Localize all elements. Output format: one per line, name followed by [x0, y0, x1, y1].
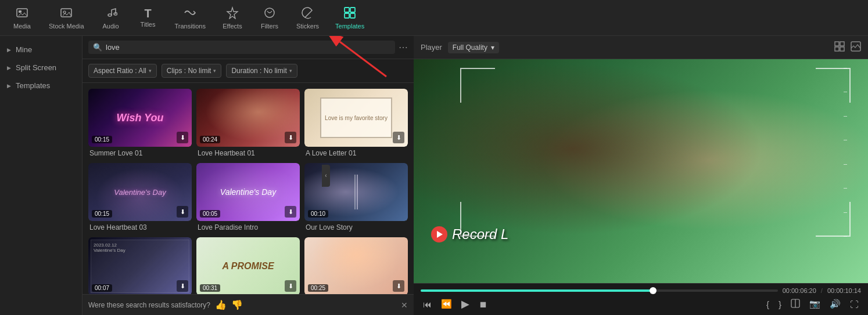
titles-icon: T: [144, 8, 151, 19]
toolbar-item-media[interactable]: Media: [5, 3, 40, 33]
feedback-bar: Were these search results satisfactory? …: [83, 294, 414, 315]
content-panel: 🔍 ⋯ Aspect Ratio : All ▾ Clips : No limi…: [83, 36, 414, 315]
template-card-love-heartbeat-01[interactable]: 00:24 ⬇ Love Heartbeat 01: [196, 89, 300, 158]
ruler-right: [844, 68, 851, 237]
video-overlay-text: Record L: [452, 226, 508, 242]
corner-bracket-tl: [460, 68, 495, 103]
rewind-button[interactable]: ⏮: [421, 298, 434, 310]
toolbar-item-audio[interactable]: Audio: [94, 3, 128, 33]
paradise-download-icon[interactable]: ⬇: [285, 206, 296, 218]
template-card-summer-love-01[interactable]: Wish You 00:15 ⬇ Summer Love 01: [88, 89, 192, 158]
prev-frame-button[interactable]: ⏪: [439, 298, 454, 310]
sidebar-split-label: Split Screen: [16, 63, 56, 72]
media-label: Media: [13, 23, 31, 30]
love-letter-thumb-text: Love is my favorite story: [325, 115, 388, 121]
sidebar-item-mine[interactable]: ▶ Mine: [0, 41, 82, 59]
valentines-download-icon[interactable]: ⬇: [177, 280, 188, 292]
heartbeat03-download-icon[interactable]: ⬇: [177, 206, 188, 218]
svg-point-3: [63, 11, 66, 13]
toolbar-item-stickers[interactable]: Stickers: [289, 3, 326, 33]
template-card-love-paradise-intro[interactable]: Valentine's Day 00:05 ⬇ Love Paradise In…: [196, 163, 300, 233]
audio-label: Audio: [102, 23, 119, 30]
filter-duration[interactable]: Duration : No limit ▾: [226, 64, 297, 78]
template-card-valentines-day[interactable]: 2023.02.12Valentine's Day 00:07 ⬇ Valent…: [88, 237, 192, 294]
summer-love-download-icon[interactable]: ⬇: [177, 132, 188, 143]
sidebar-item-split-screen[interactable]: ▶ Split Screen: [0, 59, 82, 77]
volume-button[interactable]: 🔊: [827, 298, 843, 310]
heartbeat01-download-icon[interactable]: ⬇: [285, 132, 296, 143]
toolbar-item-templates[interactable]: Templates: [328, 3, 371, 33]
paradise-thumb-text: Valentine's Day: [220, 187, 276, 197]
svg-rect-10: [345, 13, 349, 18]
more-options-icon[interactable]: ⋯: [399, 42, 408, 53]
heartbeat01-name: Love Heartbeat 01: [196, 147, 300, 158]
template-card-our-love-story[interactable]: 00:10 Our Love Story: [304, 163, 408, 233]
svg-rect-0: [17, 9, 27, 17]
panel-collapse-button[interactable]: ‹: [322, 165, 330, 187]
template-card-love-story-25[interactable]: 00:25 ⬇ Love Story: [304, 237, 408, 294]
toolbar-item-stock-media[interactable]: Stock Media: [42, 3, 91, 33]
toolbar-item-filters[interactable]: Filters: [252, 3, 287, 33]
grid-view-icon[interactable]: [834, 41, 845, 54]
filter-duration-label: Duration : No limit: [231, 67, 286, 75]
heartbeat03-duration: 00:15: [92, 210, 112, 218]
toolbar-item-titles[interactable]: T Titles: [131, 4, 166, 31]
sidebar: ▶ Mine ▶ Split Screen ▶ Templates: [0, 36, 83, 315]
split-button[interactable]: [788, 298, 802, 311]
stop-button[interactable]: ⏹: [476, 298, 490, 310]
filter-aspect-ratio[interactable]: Aspect Ratio : All ▾: [88, 64, 157, 78]
svg-rect-1: [19, 10, 21, 13]
bracket-right-button[interactable]: }: [776, 298, 784, 310]
fullscreen-button[interactable]: ⛶: [848, 298, 861, 310]
feedback-close-button[interactable]: ✕: [401, 300, 408, 310]
video-play-overlay-button[interactable]: [431, 226, 447, 242]
sidebar-item-templates[interactable]: ▶ Templates: [0, 77, 82, 95]
sidebar-templates-label: Templates: [16, 81, 50, 90]
templates-label: Templates: [335, 23, 364, 30]
template-card-a-love-letter-01[interactable]: Love is my favorite story ⬇ A Love Lette…: [304, 89, 408, 158]
stickers-icon: [301, 6, 314, 21]
progress-bar[interactable]: [421, 289, 778, 292]
thumbs-up-icon[interactable]: 👍: [215, 299, 227, 310]
effects-icon: [226, 6, 239, 21]
svg-rect-2: [61, 9, 71, 17]
play-button[interactable]: ▶: [459, 296, 472, 312]
loveletter-download-icon[interactable]: ⬇: [393, 132, 404, 143]
lovestory25-download-icon[interactable]: ⬇: [393, 280, 404, 292]
filter-clips[interactable]: Clips : No limit ▾: [162, 64, 222, 78]
toolbar: Media Stock Media Audio: [0, 0, 868, 36]
ourlove-name: Our Love Story: [304, 221, 408, 233]
feedback-text: Were these search results satisfactory?: [88, 301, 210, 309]
titles-label: Titles: [141, 21, 156, 28]
search-input-wrap[interactable]: 🔍: [88, 41, 395, 54]
filter-aspect-label: Aspect Ratio : All: [94, 67, 146, 75]
paradise-duration: 00:05: [200, 210, 220, 218]
search-icon: 🔍: [93, 43, 102, 52]
promise-download-icon[interactable]: ⬇: [285, 280, 296, 292]
transitions-icon: [184, 6, 196, 21]
screenshot-button[interactable]: 📷: [807, 298, 823, 310]
bracket-left-button[interactable]: {: [764, 298, 772, 310]
image-view-icon[interactable]: [851, 41, 861, 54]
template-card-love-heartbeat-03[interactable]: Valentine's Day 00:15 ⬇ Love Heartbeat 0…: [88, 163, 192, 233]
templates-icon: [343, 6, 356, 21]
quality-select[interactable]: Full Quality ▾: [448, 42, 499, 53]
thumbs-down-icon[interactable]: 👎: [231, 299, 243, 310]
ourlove-duration: 00:10: [308, 210, 328, 218]
search-input[interactable]: [106, 43, 390, 52]
template-card-a-promise[interactable]: A PROMISE 00:31 ⬇ A Promise: [196, 237, 300, 294]
filters-label: Filters: [261, 23, 278, 30]
stock-media-label: Stock Media: [49, 23, 84, 30]
toolbar-item-effects[interactable]: Effects: [215, 3, 250, 33]
aspect-chevron-icon: ▾: [149, 68, 152, 74]
player-header-icons: [834, 41, 861, 54]
control-buttons: ⏮ ⏪ ▶ ⏹ { } 📷 🔊 ⛶: [421, 296, 861, 312]
svg-rect-13: [835, 42, 839, 46]
clips-chevron-icon: ▾: [213, 68, 216, 74]
valentines-thumb-text: 2023.02.12Valentine's Day: [91, 240, 189, 255]
video-content: Record L: [414, 59, 868, 283]
heartbeat01-duration: 00:24: [200, 136, 220, 143]
sidebar-mine-label: Mine: [16, 45, 32, 54]
filter-clips-label: Clips : No limit: [167, 67, 211, 75]
toolbar-item-transitions[interactable]: Transitions: [168, 3, 213, 33]
